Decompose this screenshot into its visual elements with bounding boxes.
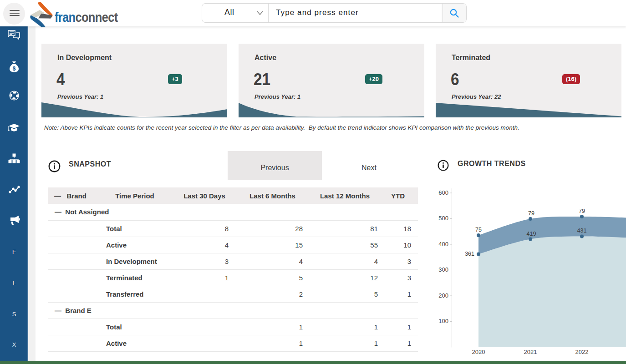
- svg-text:300: 300: [438, 266, 448, 273]
- svg-text:2020: 2020: [472, 349, 485, 355]
- svg-text:75: 75: [475, 227, 482, 233]
- svg-text:$: $: [13, 66, 16, 72]
- svg-text:2021: 2021: [524, 349, 537, 355]
- svg-text:431: 431: [577, 228, 587, 234]
- svg-text:419: 419: [527, 231, 536, 237]
- svg-text:79: 79: [579, 208, 585, 214]
- svg-text:600: 600: [438, 189, 448, 196]
- svg-text:2022: 2022: [575, 349, 589, 355]
- svg-text:500: 500: [438, 215, 448, 222]
- svg-text:361: 361: [465, 251, 474, 257]
- svg-text:100: 100: [438, 318, 448, 324]
- svg-text:400: 400: [438, 241, 448, 248]
- svg-text:79: 79: [528, 210, 534, 217]
- svg-text:200: 200: [438, 292, 448, 299]
